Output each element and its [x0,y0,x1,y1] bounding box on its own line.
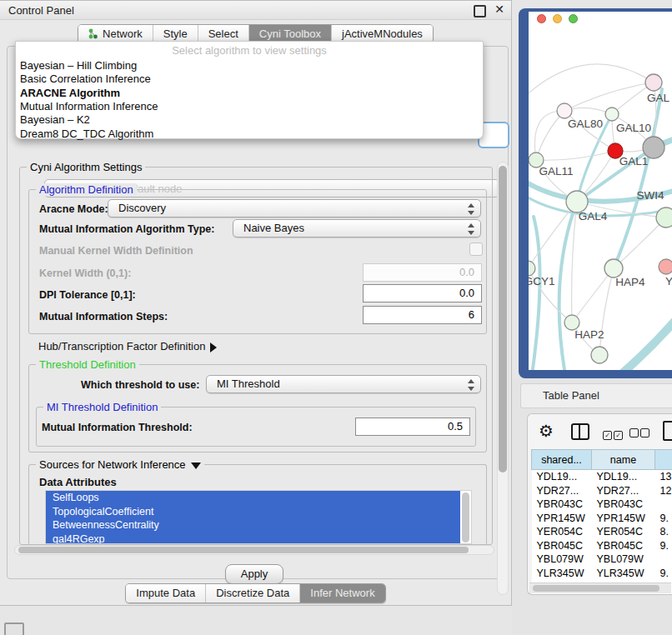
float-window-icon[interactable] [474,5,486,18]
network-edge[interactable] [529,64,654,98]
table-cell: YER054C [592,525,655,539]
dropdown-item[interactable]: Mutual Information Inference [16,100,483,113]
column-header[interactable] [655,450,672,470]
dropdown-item[interactable]: Dream8 DC_TDC Algorithm [16,128,483,141]
table-row[interactable]: YBR045CYBR045C9. [532,539,672,553]
attribute-list-item[interactable]: TopologicalCoefficient [46,505,460,519]
table-horizontal-scrollbar[interactable] [529,582,671,593]
scrollbar-thumb[interactable] [499,166,507,472]
gear-icon[interactable]: ⚙ [539,421,554,441]
node-label: GAL11 [539,165,573,178]
network-edge[interactable] [532,217,540,370]
dpi-tolerance-field[interactable]: 0.0 [363,284,482,302]
table-cell: YBR045C [592,539,655,553]
tab-impute-data[interactable]: Impute Data [126,584,205,602]
document-icon[interactable] [663,421,672,441]
control-panel-title: Control Panel [8,4,74,17]
network-node-SWI4[interactable] [656,208,672,228]
node-label: GAL10 [616,122,651,134]
scrollbar-thumb[interactable] [18,547,469,553]
network-edge[interactable] [614,89,662,268]
table-row[interactable]: YBL079WYBL079W [532,552,672,567]
data-attributes-label: Data Attributes [39,476,117,488]
bottom-tab-bar: Impute DataDiscretize DataInfer Network [0,583,511,603]
network-canvas[interactable]: GALGAL80GAL10GAL1GAL11GAL4SWI4GCY1HAP4YH… [529,12,672,370]
network-edge[interactable] [599,268,614,355]
network-node-GAL10[interactable] [605,108,619,121]
close-traffic-light[interactable] [537,14,546,23]
table-cell: YDR27... [592,484,655,498]
mi-steps-field[interactable]: 6 [363,306,482,324]
node-label: GAL4 [579,210,608,222]
dropdown-item[interactable]: Basic Correlation Inference [16,72,483,86]
tab-label: Select [208,28,238,40]
network-edge[interactable] [536,111,564,160]
network-node-HAP4[interactable] [604,259,623,278]
data-attributes-list[interactable]: SelfLoopsTopologicalCoefficientBetweenne… [45,490,472,544]
node-label: GAL1 [619,155,649,168]
tab-infer-network[interactable]: Infer Network [299,584,384,602]
columns-icon[interactable] [571,423,589,440]
control-panel-window: Control Panel ✕ NetworkStyleSelectCyni T… [0,0,512,606]
dpi-tolerance-label: DPI Tolerance [0,1]: [39,289,136,301]
column-header[interactable]: shared... [532,450,592,470]
manual-kernel-width-checkbox[interactable] [469,242,483,256]
scrollbar-thumb[interactable] [533,585,659,592]
which-threshold-select[interactable]: MI Threshold [206,375,481,393]
kernel-width-field[interactable]: 0.0 [363,263,482,282]
minimized-panel-icon[interactable] [4,622,24,635]
which-threshold-value: MI Threshold [217,378,280,390]
tab-discretize-data[interactable]: Discretize Data [205,584,299,602]
network-edge[interactable] [614,218,666,268]
deselect-all-checkboxes-icon[interactable] [629,426,651,441]
table-cell: YBR045C [532,539,592,553]
tab-label: Impute Data [136,587,195,599]
hub-transcription-section[interactable]: Hub/Transcription Factor Definition [38,340,217,352]
algorithm-dropdown-popup: Select algorithm to view settings Bayesi… [15,41,484,139]
network-edge[interactable] [620,317,672,370]
column-header[interactable]: name [592,450,655,470]
attribute-list-item[interactable]: gal4RGexp [46,532,460,545]
dropdown-item[interactable]: Bayesian – Hill Climbing [16,59,483,72]
table-row[interactable]: YBR043CYBR043C [532,498,672,512]
apply-button[interactable]: Apply [225,564,283,584]
network-edge[interactable] [564,82,654,111]
mi-threshold-definition-group: MI Threshold Definition Mutual Informati… [36,407,476,447]
attribute-list-item[interactable]: BetweennessCentrality [46,518,460,532]
select-all-checkboxes-icon[interactable]: ✓✓ [603,426,624,441]
attribute-list-item[interactable]: SelfLoops [46,491,460,505]
network-node-bottom-partial[interactable] [591,347,608,363]
stepper-icon [467,379,474,391]
settings-vertical-scrollbar[interactable] [497,162,509,595]
mi-threshold-field[interactable]: 0.5 [355,418,470,436]
which-threshold-label: Which threshold to use: [81,379,199,391]
mi-algorithm-type-select[interactable]: Naive Bayes [233,219,481,238]
node-label: GAL [647,92,670,104]
tab-label: jActiveMNodules [342,28,423,40]
table-row[interactable]: YLR345WYLR345W9. [532,567,672,581]
mi-threshold-label: Mutual Information Threshold: [42,422,193,433]
settings-horizontal-scrollbar[interactable] [14,545,494,555]
dropdown-item[interactable]: Bayesian – K2 [16,113,483,127]
kernel-width-label: Kernel Width (0,1): [39,268,131,279]
table-cell [655,552,672,567]
zoom-traffic-light[interactable] [569,14,578,23]
table-row[interactable]: YER054CYER054C8. [532,525,672,539]
network-node-pink-top[interactable] [645,74,662,91]
network-edge[interactable] [536,151,615,160]
sources-title-text: Sources for Network Inference [39,458,186,471]
close-icon[interactable]: ✕ [494,2,504,16]
network-node-GAL80[interactable] [557,103,572,118]
sources-title[interactable]: Sources for Network Inference [36,458,204,471]
minimize-traffic-light[interactable] [553,14,562,23]
network-node-GCY1[interactable] [529,261,535,276]
threshold-definition-group: Threshold Definition Which threshold to … [28,364,487,452]
dropdown-item[interactable]: ARACNE Algorithm [16,87,483,100]
table-cell: 9. [655,539,672,553]
table-row[interactable]: YPR145WYPR145W9. [532,512,672,526]
aracne-mode-select[interactable]: Discovery [108,199,481,218]
attribute-list-scrollbar[interactable] [462,492,469,542]
network-node-salmon[interactable] [659,259,672,274]
table-row[interactable]: YDR27...YDR27...12 [532,484,672,498]
table-row[interactable]: YDL19...YDL19...13 [532,470,672,484]
